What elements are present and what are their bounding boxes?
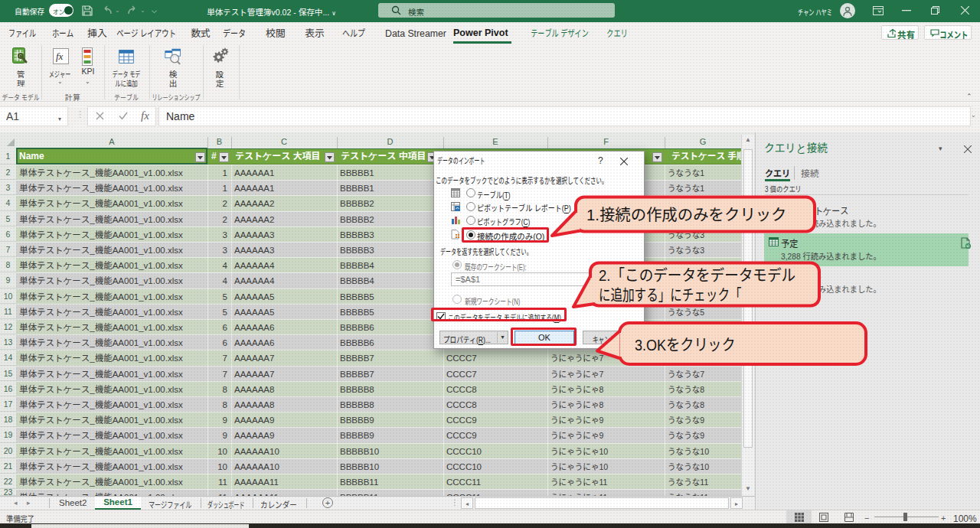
svg-text:fx: fx <box>141 109 149 122</box>
svg-text:fx: fx <box>56 51 64 62</box>
